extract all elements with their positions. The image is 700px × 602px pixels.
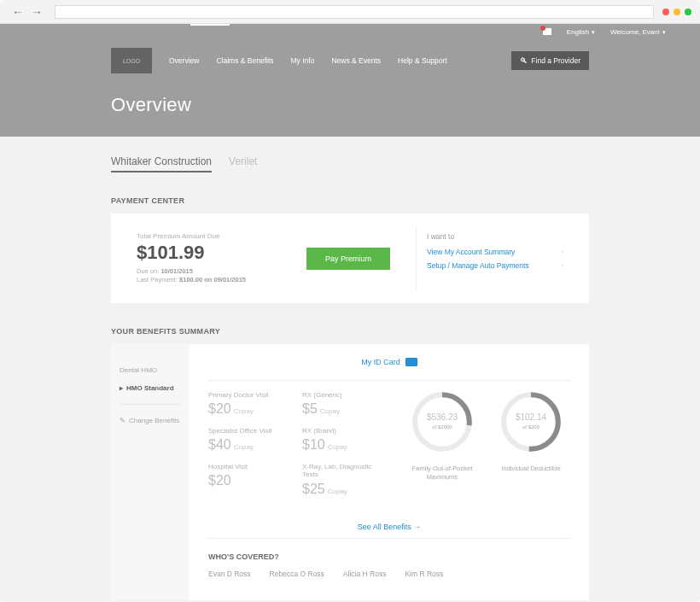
last-payment-value: $100.00 on 09/01/2015 bbox=[179, 276, 246, 283]
back-icon[interactable]: ← bbox=[9, 5, 27, 19]
id-card-icon bbox=[405, 358, 417, 366]
quick-link-label: Setup / Manage Auto Payments bbox=[427, 261, 529, 270]
benefit-value: $40 bbox=[208, 437, 231, 452]
benefit-value: $20 bbox=[208, 401, 231, 416]
ring-icon: $102.14 of $200 bbox=[500, 391, 562, 453]
app-frame: ← → English Welcome, Evan! LOGO Overview… bbox=[0, 0, 700, 602]
quick-link-label: View My Account Summary bbox=[427, 248, 515, 256]
arrow-right-icon: → bbox=[413, 523, 421, 531]
due-date: 10/01/2015 bbox=[160, 267, 193, 275]
last-payment-label: Last Payment: bbox=[137, 276, 178, 283]
covered-person[interactable]: Alicia H Ross bbox=[343, 570, 387, 578]
benefits-sidebar: Dental HMO ▸ HMO Standard ✎ Change Benef… bbox=[111, 344, 190, 600]
benefits-main: My ID Card Primary Doctor Visit $20Copay… bbox=[190, 344, 589, 600]
link-auto-payments[interactable]: Setup / Manage Auto Payments › bbox=[427, 261, 563, 270]
my-id-card-link[interactable]: My ID Card bbox=[208, 358, 570, 366]
pencil-icon: ✎ bbox=[120, 417, 125, 424]
maximize-icon[interactable] bbox=[685, 9, 691, 15]
benefit-label: Primary Doctor Visit bbox=[208, 391, 285, 399]
gauge-of: of $2000 bbox=[432, 424, 452, 430]
nav-help[interactable]: Help & Support bbox=[398, 56, 447, 65]
benefit-value: $10 bbox=[302, 437, 325, 452]
address-bar[interactable] bbox=[55, 5, 654, 19]
see-all-benefits-link[interactable]: See All Benefits → bbox=[208, 523, 570, 531]
chevron-right-icon: › bbox=[561, 248, 563, 256]
payment-summary: Total Premium Amount Due $101.99 Due on:… bbox=[137, 232, 306, 284]
covered-list: Evan D Ross Rebecca O Ross Alicia H Ross… bbox=[208, 561, 570, 582]
logo[interactable]: LOGO bbox=[111, 48, 152, 73]
gauge-amount: $102.14 bbox=[516, 412, 547, 422]
triangle-right-icon: ▸ bbox=[120, 384, 123, 392]
benefits-col-1: Primary Doctor Visit $20Copay Specialist… bbox=[208, 391, 285, 506]
sidebar-item-label: Change Benefits bbox=[129, 417, 179, 424]
link-account-summary[interactable]: View My Account Summary › bbox=[427, 248, 563, 256]
active-tab-marker bbox=[190, 24, 230, 26]
close-icon[interactable] bbox=[662, 9, 669, 15]
benefits-card: Dental HMO ▸ HMO Standard ✎ Change Benef… bbox=[111, 344, 589, 600]
header: LOGO Overview Claims & Benefits My Info … bbox=[0, 39, 700, 137]
gauge-family-oop: $536.23 of $2000 Family Out-of-Pocket Ma… bbox=[403, 391, 481, 506]
covered-person[interactable]: Kim R Ross bbox=[405, 570, 443, 578]
covered-person[interactable]: Rebecca O Ross bbox=[270, 570, 324, 578]
gauge-amount: $536.23 bbox=[427, 412, 458, 422]
forward-icon[interactable]: → bbox=[27, 5, 46, 19]
find-provider-button[interactable]: 🔍︎ Find a Provider bbox=[511, 51, 589, 70]
ring-icon: $536.23 of $2000 bbox=[411, 391, 473, 453]
nav-myinfo[interactable]: My Info bbox=[291, 56, 315, 65]
mail-icon[interactable] bbox=[543, 28, 551, 35]
divider bbox=[416, 227, 417, 289]
benefit-value: $25 bbox=[302, 482, 325, 496]
benefit-value: $5 bbox=[302, 401, 318, 416]
pay-premium-button[interactable]: Pay Premium bbox=[306, 248, 390, 270]
amount-due-label: Total Premium Amount Due bbox=[137, 232, 306, 240]
benefit-label: Hospital Visit bbox=[208, 463, 285, 470]
nav-claims[interactable]: Claims & Benefits bbox=[216, 56, 273, 65]
content: Whitaker Construction Verilet PAYMENT CE… bbox=[0, 137, 700, 602]
amount-due-value: $101.99 bbox=[137, 242, 306, 264]
browser-bar: ← → bbox=[0, 0, 700, 24]
tab-verilet[interactable]: Verilet bbox=[229, 155, 257, 172]
user-dropdown[interactable]: Welcome, Evan! bbox=[610, 28, 666, 36]
i-want-to-label: I want to bbox=[427, 232, 563, 241]
due-label: Due on: bbox=[137, 267, 159, 275]
page-title: Overview bbox=[111, 94, 589, 116]
see-all-label: See All Benefits bbox=[358, 523, 411, 531]
gauge-individual-deductible: $102.14 of $200 Individual Deductible bbox=[492, 391, 570, 506]
payment-card: Total Premium Amount Due $101.99 Due on:… bbox=[111, 213, 589, 303]
search-icon: 🔍︎ bbox=[520, 56, 528, 65]
id-card-label: My ID Card bbox=[361, 358, 400, 366]
gauge-caption: Individual Deductible bbox=[492, 465, 570, 472]
sidebar-item-label: HMO Standard bbox=[126, 384, 174, 392]
payment-quick-links: I want to View My Account Summary › Setu… bbox=[427, 232, 563, 284]
window-controls bbox=[662, 9, 691, 15]
sidebar-item-dental-hmo[interactable]: Dental HMO bbox=[120, 361, 181, 379]
sidebar-item-hmo-standard[interactable]: ▸ HMO Standard bbox=[120, 379, 181, 397]
find-provider-label: Find a Provider bbox=[531, 56, 580, 65]
covered-header: WHO'S COVERED? bbox=[208, 538, 570, 561]
benefit-suffix: Copay bbox=[328, 443, 347, 451]
benefits-grid: Primary Doctor Visit $20Copay Specialist… bbox=[208, 380, 570, 506]
benefit-suffix: Copay bbox=[234, 443, 254, 451]
utility-bar: English Welcome, Evan! bbox=[0, 24, 700, 39]
benefit-suffix: Copay bbox=[328, 488, 347, 495]
covered-person[interactable]: Evan D Ross bbox=[208, 570, 251, 578]
minimize-icon[interactable] bbox=[674, 9, 680, 15]
nav-overview[interactable]: Overview bbox=[169, 56, 199, 65]
main-nav: LOGO Overview Claims & Benefits My Info … bbox=[111, 39, 589, 73]
benefits-col-2: RX (Generic) $5Copay RX (Brand) $10Copay… bbox=[302, 391, 379, 506]
gauge-of: of $200 bbox=[522, 424, 540, 430]
benefit-label: RX (Brand) bbox=[302, 427, 379, 435]
tab-whitaker[interactable]: Whitaker Construction bbox=[111, 155, 212, 172]
benefit-label: Specialist Office Visit bbox=[208, 427, 285, 435]
benefit-gauges: $536.23 of $2000 Family Out-of-Pocket Ma… bbox=[396, 391, 570, 506]
benefit-label: RX (Generic) bbox=[302, 391, 379, 399]
benefit-value: $20 bbox=[208, 473, 231, 488]
gauge-caption: Family Out-of-Pocket Maximums bbox=[403, 465, 481, 481]
benefits-section-header: YOUR BENEFITS SUMMARY bbox=[111, 327, 589, 336]
payment-section-header: PAYMENT CENTER bbox=[111, 196, 589, 205]
employer-tabs: Whitaker Construction Verilet bbox=[111, 137, 589, 172]
language-dropdown[interactable]: English bbox=[567, 28, 595, 36]
sidebar-change-benefits[interactable]: ✎ Change Benefits bbox=[120, 412, 181, 430]
chevron-right-icon: › bbox=[561, 261, 563, 270]
nav-news[interactable]: News & Events bbox=[331, 56, 381, 65]
